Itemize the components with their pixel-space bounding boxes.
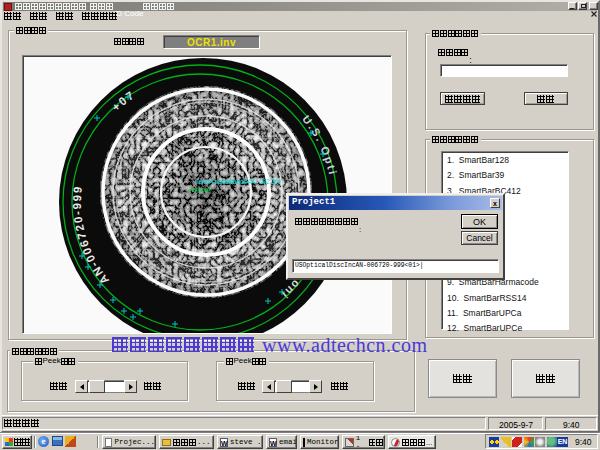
svg-text:lensA passBand#4A: 102.3%: lensA passBand#4A: 102.3% [197, 178, 281, 186]
svg-text:AsiyaA: AsiyaA [189, 186, 211, 194]
